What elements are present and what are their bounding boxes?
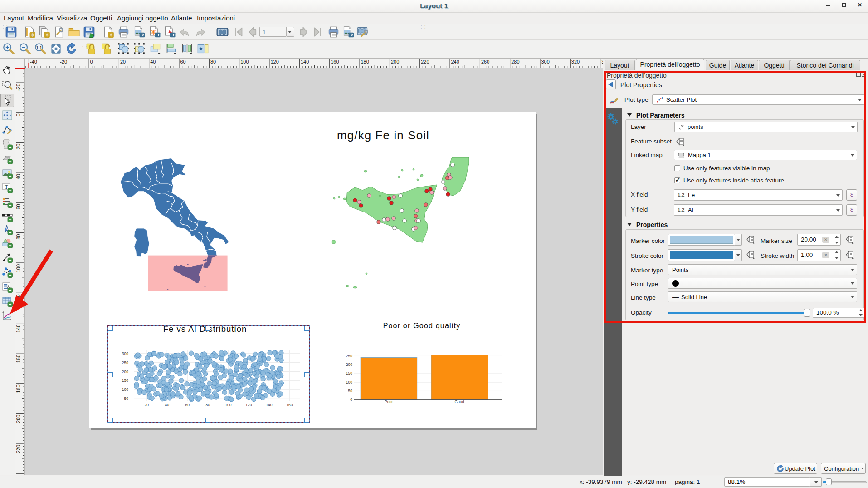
svg-text:120: 120 bbox=[15, 294, 21, 302]
svg-text:100: 100 bbox=[240, 59, 249, 64]
svg-text:140: 140 bbox=[301, 59, 309, 64]
svg-text:220: 220 bbox=[15, 445, 21, 453]
svg-text:60: 60 bbox=[180, 59, 186, 64]
svg-text:160: 160 bbox=[331, 59, 339, 64]
svg-text:0: 0 bbox=[90, 59, 93, 64]
svg-text:60: 60 bbox=[15, 204, 21, 209]
svg-text:80: 80 bbox=[15, 234, 21, 240]
svg-text:✳: ✳ bbox=[45, 32, 49, 38]
svg-text:240: 240 bbox=[451, 59, 459, 64]
svg-text:240: 240 bbox=[15, 475, 21, 475]
svg-text:80: 80 bbox=[210, 59, 216, 64]
svg-text:-20: -20 bbox=[15, 84, 21, 91]
svg-text:-40: -40 bbox=[30, 59, 37, 64]
svg-text:200: 200 bbox=[15, 415, 21, 423]
svg-text:100: 100 bbox=[15, 264, 21, 272]
svg-text:320: 320 bbox=[571, 59, 580, 64]
svg-text:40: 40 bbox=[15, 174, 21, 179]
svg-text:220: 220 bbox=[421, 59, 429, 64]
svg-text:120: 120 bbox=[271, 59, 279, 64]
svg-text:180: 180 bbox=[361, 59, 369, 64]
svg-text:✳: ✳ bbox=[109, 32, 113, 38]
svg-text:300: 300 bbox=[541, 59, 550, 64]
svg-text:180: 180 bbox=[15, 384, 21, 393]
svg-text:20: 20 bbox=[120, 59, 126, 64]
svg-text:-20: -20 bbox=[60, 59, 67, 64]
svg-text:200: 200 bbox=[391, 59, 399, 64]
svg-text:20: 20 bbox=[15, 144, 21, 149]
svg-text:140: 140 bbox=[15, 325, 21, 333]
svg-text:280: 280 bbox=[511, 59, 519, 64]
svg-text:✳: ✳ bbox=[30, 32, 34, 38]
svg-text:0: 0 bbox=[15, 113, 21, 116]
svg-text:160: 160 bbox=[15, 355, 21, 363]
svg-text:40: 40 bbox=[150, 59, 156, 64]
svg-text:260: 260 bbox=[481, 59, 489, 64]
